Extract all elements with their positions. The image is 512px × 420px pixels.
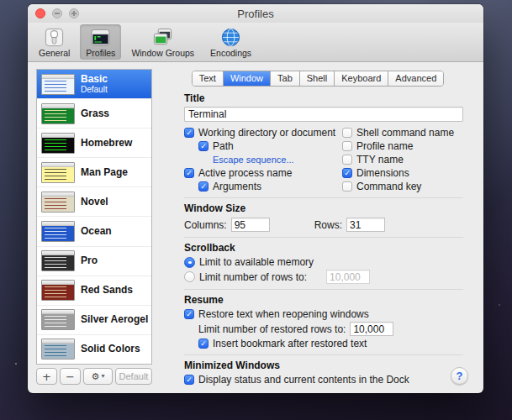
columns-input[interactable] — [231, 218, 270, 232]
checkbox-path[interactable]: Path — [198, 140, 342, 152]
profile-settings-content: Text Window Tab Shell Keyboard Advanced … — [161, 69, 475, 385]
checkbox[interactable] — [198, 339, 208, 349]
rows-input[interactable] — [346, 218, 385, 232]
checkbox-display-status-dock[interactable]: Display status and current contents in t… — [184, 374, 463, 386]
window-title: Profiles — [237, 8, 273, 20]
rows-label: Rows: — [314, 219, 342, 231]
separator — [184, 289, 463, 290]
window-size-row: Columns: Rows: — [184, 218, 463, 232]
zoom-button[interactable] — [69, 8, 79, 18]
radio-button[interactable] — [184, 257, 195, 268]
terminal-preferences-window: Profiles General — [28, 4, 483, 393]
chevron-down-icon: ▾ — [101, 373, 104, 380]
profile-name: Novel — [81, 197, 108, 207]
checkbox-restore-text[interactable]: Restore text when reopening windows — [184, 308, 463, 320]
title-section-heading: Title — [184, 92, 463, 104]
restored-rows-row: Limit number of restored rows to: — [198, 322, 463, 336]
toolbar-item-general[interactable]: General — [33, 24, 76, 60]
profile-row-silver-aerogel[interactable]: Silver Aerogel — [37, 306, 151, 335]
profile-row-homebrew[interactable]: Homebrew — [37, 129, 151, 158]
profile-name: Basic — [81, 74, 108, 85]
profile-row-basic[interactable]: Basic Default — [37, 70, 151, 99]
separator — [184, 354, 463, 355]
checkbox[interactable] — [184, 375, 194, 385]
checkbox-profile-name[interactable]: Profile name — [342, 140, 463, 152]
checkbox[interactable] — [342, 168, 352, 178]
scrollback-heading: Scrollback — [184, 242, 463, 254]
profile-name: Homebrew — [81, 138, 132, 149]
close-button[interactable] — [35, 8, 45, 18]
checkbox[interactable] — [198, 181, 208, 192]
set-default-button[interactable]: Default — [115, 368, 152, 385]
profile-row-grass[interactable]: Grass — [37, 99, 151, 129]
help-button[interactable]: ? — [451, 367, 468, 385]
toolbar-label: Window Groups — [131, 49, 194, 58]
add-profile-button[interactable]: + — [36, 368, 57, 385]
tab-window[interactable]: Window — [224, 71, 271, 86]
radio-button[interactable] — [184, 271, 195, 282]
toolbar-item-encodings[interactable]: Encodings — [204, 24, 257, 60]
checkbox[interactable] — [342, 141, 352, 151]
window-size-heading: Window Size — [184, 202, 463, 214]
profile-row-man-page[interactable]: Man Page — [37, 158, 151, 187]
checkbox-tty-name[interactable]: TTY name — [342, 154, 463, 165]
title-options-grid: Working directory or document Shell comm… — [184, 127, 463, 192]
tab-shell[interactable]: Shell — [300, 71, 335, 86]
checkbox[interactable] — [342, 181, 352, 192]
checkbox-dimensions[interactable]: Dimensions — [342, 167, 463, 179]
remove-profile-button[interactable]: − — [60, 368, 81, 385]
checkbox[interactable] — [184, 168, 194, 178]
toolbar-item-profiles[interactable]: Profiles — [80, 24, 121, 60]
profile-thumbnail — [41, 250, 75, 271]
profile-row-ocean[interactable]: Ocean — [37, 217, 151, 246]
toolbar-label: General — [39, 49, 70, 58]
window-groups-icon — [152, 27, 173, 48]
profile-row-solid-colors[interactable]: Solid Colors — [37, 335, 151, 364]
profile-default-badge: Default — [81, 85, 108, 94]
radio-limit-available-memory[interactable]: Limit to available memory — [184, 256, 463, 268]
radio-limit-rows[interactable]: Limit number of rows to: — [184, 270, 463, 284]
checkbox[interactable] — [342, 155, 352, 165]
profile-thumbnail — [41, 339, 75, 360]
profile-row-pro[interactable]: Pro — [37, 247, 151, 276]
tab-tab[interactable]: Tab — [271, 71, 300, 86]
profile-name: Grass — [81, 108, 109, 119]
profile-row-red-sands[interactable]: Red Sands — [37, 276, 151, 306]
checkbox-active-process-name[interactable]: Active process name — [184, 167, 342, 179]
checkbox-insert-bookmark[interactable]: Insert bookmark after restored text — [198, 338, 463, 349]
checkbox-command-key[interactable]: Command key — [342, 181, 463, 192]
toolbar-item-window-groups[interactable]: Window Groups — [125, 24, 200, 60]
profile-row-novel[interactable]: Novel — [37, 187, 151, 217]
minimize-button[interactable] — [52, 8, 62, 18]
columns-label: Columns: — [184, 219, 227, 231]
tab-keyboard[interactable]: Keyboard — [335, 71, 388, 86]
separator — [184, 237, 463, 238]
window-title-input[interactable] — [184, 107, 463, 122]
minimized-windows-heading: Minimized Windows — [184, 360, 463, 371]
profile-thumbnail — [41, 309, 75, 330]
restored-rows-input[interactable] — [350, 322, 393, 336]
gear-icon: ⚙ — [92, 372, 100, 381]
checkbox[interactable] — [184, 309, 194, 319]
profile-thumbnail — [41, 74, 75, 95]
checkbox-working-directory[interactable]: Working directory or document — [184, 127, 342, 139]
profile-thumbnail — [41, 192, 75, 213]
tab-advanced[interactable]: Advanced — [388, 71, 443, 86]
profile-name: Solid Colors — [81, 344, 140, 354]
checkbox-shell-command-name[interactable]: Shell command name — [342, 127, 463, 139]
profile-name: Man Page — [81, 167, 128, 178]
titlebar: Profiles — [28, 4, 483, 23]
profile-actions-menu-button[interactable]: ⚙ ▾ — [83, 368, 113, 385]
checkbox[interactable] — [198, 141, 208, 151]
checkbox[interactable] — [342, 128, 352, 138]
profile-thumbnail — [41, 221, 75, 242]
checkbox[interactable] — [184, 128, 194, 138]
profile-name: Pro — [81, 255, 98, 266]
tab-text[interactable]: Text — [193, 71, 224, 86]
traffic-lights — [35, 4, 79, 23]
escape-sequence-link[interactable]: Escape sequence... — [213, 155, 294, 165]
checkbox-arguments[interactable]: Arguments — [198, 181, 342, 192]
toolbar-label: Profiles — [86, 49, 115, 58]
main-area: Basic Default Grass — [28, 62, 483, 393]
restored-rows-label: Limit number of restored rows to: — [198, 323, 346, 335]
